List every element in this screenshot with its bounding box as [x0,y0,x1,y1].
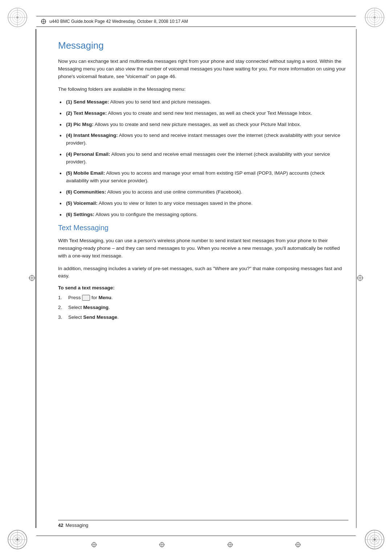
footer: 42 Messaging [58,520,348,528]
corner-decoration-tl [7,7,28,28]
main-content: Messaging Now you can exchange text and … [58,40,348,370]
step-number: 3. [58,314,62,321]
step-3: 3. Select Send Message. [58,314,348,321]
svg-point-31 [373,538,376,541]
margin-line-left [36,29,36,528]
step-1: 1. Press for Menu. [58,294,348,302]
side-crosshair-right [356,275,364,283]
bottom-crosshair-3 [227,541,233,548]
list-item: (5) Mobile Email: Allows you to access a… [58,170,348,185]
section-heading-text-messaging: Text Messaging [58,224,348,232]
list-item: (4) Instant Messaging: Allows you to sen… [58,132,348,147]
side-crosshair-left [28,275,36,283]
intro-paragraph: Now you can exchange text and multimedia… [58,58,348,81]
footer-page-label: Messaging [65,523,88,528]
step-number: 1. [58,294,62,302]
step-number: 2. [58,304,62,312]
bottom-markers [0,541,392,548]
header-bar: u440 BMC Guide.book Page 42 Wednesday, O… [36,16,356,27]
procedure-heading: To send a text message: [58,285,348,290]
svg-point-22 [16,538,19,541]
header-text: u440 BMC Guide.book Page 42 Wednesday, O… [49,19,188,24]
bottom-line-right [189,536,356,536]
bottom-crosshair-1 [91,541,97,548]
corner-decoration-tr [364,7,385,28]
steps-list: 1. Press for Menu. 2. Select Messaging. … [58,294,348,321]
step-2: 2. Select Messaging. [58,304,348,312]
page-title: Messaging [58,40,348,51]
header-crosshair-icon [41,19,46,24]
menu-button-icon [82,295,90,301]
list-item: (6) Settings: Allows you to configure th… [58,211,348,219]
list-item: (2) Text Message: Allows you to create a… [58,110,348,117]
folders-intro: The following folders are available in t… [58,86,348,93]
list-item: (6) Communities: Allows you to access an… [58,188,348,196]
bottom-crosshair-2 [159,541,165,548]
list-item: (4) Personal Email: Allows you to send a… [58,151,348,166]
list-item: (1) Send Message: Allows you to send tex… [58,98,348,106]
footer-page-number: 42 [58,523,63,528]
text-messaging-para2: In addition, messaging includes a variet… [58,265,348,280]
bottom-line-left [36,536,203,536]
list-item: (5) Voicemail: Allows you to view or lis… [58,200,348,207]
feature-list: (1) Send Message: Allows you to send tex… [58,98,348,219]
text-messaging-para1: With Text Messaging, you can use a perso… [58,237,348,260]
list-item: (3) Pic Msg: Allows you to create and se… [58,121,348,129]
bottom-crosshair-4 [295,541,301,548]
